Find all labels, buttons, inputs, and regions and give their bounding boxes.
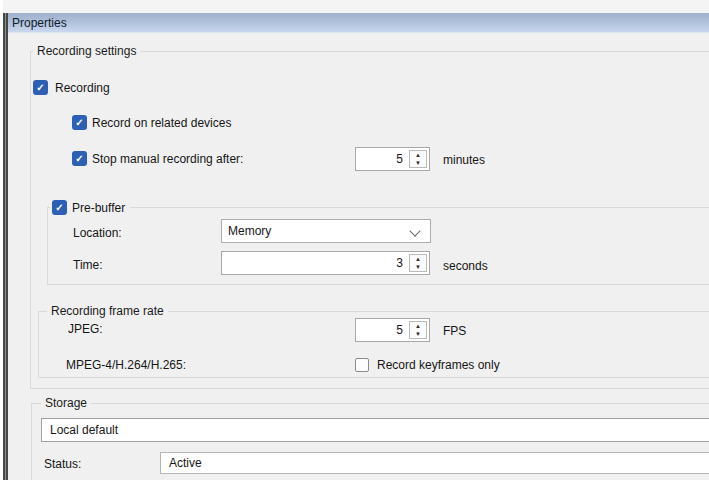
jpeg-unit-label: FPS — [443, 324, 466, 339]
time-label: Time: — [73, 258, 103, 273]
chevron-down-icon — [409, 225, 420, 236]
pre-buffer-time-input[interactable]: 3 ▲ ▼ — [221, 251, 430, 275]
checkmark-icon: ✓ — [36, 82, 44, 93]
jpeg-fps-spinner: ▲ ▼ — [409, 321, 427, 339]
checkmark-icon: ✓ — [75, 153, 83, 164]
stop-minutes-spinner: ▲ ▼ — [409, 150, 427, 168]
spin-up-button[interactable]: ▲ — [410, 151, 426, 159]
stop-minutes-input[interactable]: 5 ▲ ▼ — [355, 147, 430, 171]
checkmark-icon: ✓ — [75, 117, 83, 128]
jpeg-fps-input[interactable]: 5 ▲ ▼ — [355, 318, 430, 342]
stop-manual-recording-label: Stop manual recording after: — [92, 152, 243, 167]
recording-settings-group-label: Recording settings — [33, 44, 140, 59]
pre-buffer-time-spinner: ▲ ▼ — [409, 254, 427, 272]
status-label: Status: — [44, 457, 81, 472]
status-value: Active — [169, 453, 202, 473]
pane-title: Properties — [8, 13, 709, 33]
frame-rate-group-label: Recording frame rate — [47, 304, 168, 319]
recording-checkbox[interactable]: ✓ — [33, 80, 48, 95]
pre-buffer-time-value: 3 — [396, 252, 403, 274]
storage-selected-value: Local default — [50, 419, 118, 441]
record-related-devices-label: Record on related devices — [92, 116, 231, 131]
time-unit-label: seconds — [443, 259, 488, 274]
location-combobox[interactable]: Memory — [221, 219, 431, 243]
jpeg-label: JPEG: — [68, 322, 103, 337]
stop-minutes-unit-label: minutes — [443, 153, 485, 168]
spin-down-button[interactable]: ▼ — [410, 263, 426, 271]
recording-checkbox-label: Recording — [55, 81, 110, 96]
record-keyframes-label: Record keyframes only — [377, 358, 500, 373]
location-selected-value: Memory — [228, 220, 271, 242]
spin-up-button[interactable]: ▲ — [410, 322, 426, 330]
spin-down-button[interactable]: ▼ — [410, 159, 426, 167]
pre-buffer-checkbox[interactable]: ✓ — [52, 200, 67, 215]
spin-down-button[interactable]: ▼ — [410, 330, 426, 338]
stop-manual-recording-checkbox[interactable]: ✓ — [72, 151, 87, 166]
record-related-devices-checkbox[interactable]: ✓ — [72, 115, 87, 130]
record-keyframes-checkbox[interactable] — [355, 358, 369, 372]
mpeg-label: MPEG-4/H.264/H.265: — [66, 358, 186, 373]
top-strip — [0, 0, 709, 13]
status-field: Active — [160, 452, 709, 474]
pre-buffer-label: Pre-buffer — [72, 201, 125, 216]
spin-up-button[interactable]: ▲ — [410, 255, 426, 263]
jpeg-fps-value: 5 — [396, 319, 403, 341]
storage-selected-item[interactable]: Local default — [41, 418, 709, 442]
checkmark-icon: ✓ — [55, 202, 63, 213]
pane-splitter[interactable] — [3, 13, 8, 480]
storage-group-label: Storage — [41, 396, 91, 411]
location-label: Location: — [73, 226, 122, 241]
stop-minutes-value: 5 — [396, 148, 403, 170]
